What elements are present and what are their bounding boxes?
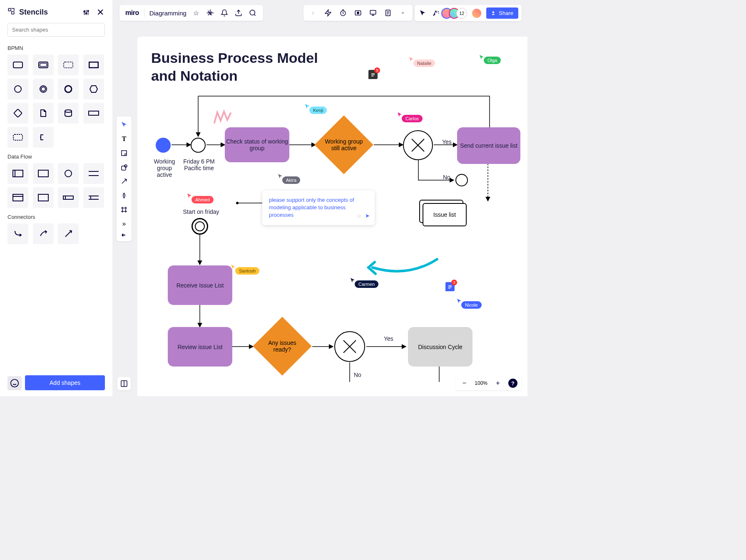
shape-event-sub[interactable] [58, 55, 79, 75]
check-status-node[interactable]: Check status of working group [225, 127, 289, 162]
svg-line-33 [65, 231, 71, 237]
zoom-out-button[interactable]: − [460, 379, 469, 388]
svg-rect-5 [13, 62, 22, 68]
shape-start-event[interactable] [7, 79, 28, 99]
canvas-title: Business Process Model and Notation [151, 49, 318, 84]
shape-df-5[interactable] [7, 187, 28, 208]
zoom-in-button[interactable]: + [493, 379, 502, 388]
timer-icon[interactable] [338, 8, 348, 17]
board-name[interactable]: Diagramming [149, 10, 186, 17]
reactions-icon[interactable] [431, 9, 440, 18]
more-icon[interactable]: › [398, 8, 408, 17]
cursor-akira: Akira [278, 173, 283, 181]
notes-icon[interactable] [383, 8, 393, 17]
bolt-icon[interactable] [323, 8, 333, 17]
send-list-node[interactable]: Send current issue list [457, 127, 520, 164]
miro-logo[interactable]: miro [125, 9, 139, 17]
end-event-1[interactable] [455, 174, 468, 186]
search-icon[interactable] [248, 8, 257, 17]
select-tool[interactable] [119, 120, 129, 130]
svg-rect-78 [448, 287, 452, 287]
bell-icon[interactable] [220, 8, 229, 17]
any-issues-diamond[interactable]: Any issues ready? [253, 317, 311, 375]
add-shapes-button[interactable]: Add shapes [25, 375, 105, 390]
shape-end-event[interactable] [58, 79, 79, 99]
shape-intermediate[interactable] [33, 79, 54, 99]
frame-tool[interactable] [119, 205, 129, 215]
cursor-carmen: Carmen [351, 277, 356, 285]
shape-conn-elbow[interactable] [7, 223, 28, 244]
zoom-level[interactable]: 100% [475, 380, 487, 386]
shape-pool[interactable] [83, 103, 104, 124]
sticky-tool[interactable] [119, 148, 129, 158]
svg-rect-21 [38, 170, 48, 177]
close-icon[interactable]: ✕ [96, 8, 105, 17]
gateway-1[interactable] [403, 130, 433, 160]
cursor-icon[interactable] [418, 9, 427, 18]
shape-df-4[interactable] [83, 163, 104, 184]
shape-df-8[interactable] [83, 187, 104, 208]
help-button[interactable]: ? [508, 379, 517, 388]
gear-icon[interactable] [206, 8, 215, 17]
gateway-2[interactable] [334, 331, 365, 362]
shape-group[interactable] [7, 127, 28, 148]
svg-rect-9 [89, 62, 98, 68]
receive-node[interactable]: Receive Issue List [168, 265, 232, 305]
shape-task[interactable] [7, 55, 28, 75]
avatar-self[interactable] [471, 8, 482, 19]
emoji-button[interactable] [7, 376, 22, 390]
yes-label-1: Yes [442, 139, 452, 145]
arrow-tool[interactable] [119, 176, 129, 186]
shape-call[interactable] [83, 55, 104, 75]
minimap-button[interactable] [117, 377, 131, 390]
shape-df-1[interactable] [7, 163, 28, 184]
shape-df-2[interactable] [33, 163, 54, 184]
start-event[interactable] [156, 138, 171, 153]
comment-box[interactable]: please support only the concepts of mode… [262, 191, 375, 225]
shape-tool[interactable] [119, 162, 129, 172]
send-icon[interactable]: ➤ [365, 212, 370, 220]
text-tool[interactable]: T [119, 134, 129, 144]
shape-gateway-hex[interactable] [83, 79, 104, 99]
timer-event[interactable] [191, 138, 206, 153]
discussion-node[interactable]: Discussion Cycle [408, 327, 472, 367]
svg-rect-47 [122, 151, 127, 156]
shape-gateway[interactable] [7, 103, 28, 124]
svg-point-22 [65, 170, 72, 177]
svg-rect-1 [12, 12, 14, 14]
settings-icon[interactable] [82, 8, 91, 17]
shape-df-7[interactable] [58, 187, 79, 208]
review-node[interactable]: Review issue List [168, 327, 232, 367]
collaborators-bar: 12 Share [415, 5, 522, 21]
shape-data-obj[interactable] [33, 103, 54, 124]
emoji-icon[interactable]: ☺ [356, 212, 362, 220]
avatars[interactable]: 12 [445, 8, 467, 19]
comment-badge-dark[interactable]: 5 [368, 70, 378, 79]
shape-df-6[interactable] [33, 187, 54, 208]
cursor-santosh: Santosh [231, 264, 236, 271]
pen-tool[interactable] [119, 191, 129, 201]
shape-datastore[interactable] [58, 103, 79, 124]
comment-badge-blue[interactable]: 3 [445, 282, 455, 291]
shape-annotation[interactable] [33, 127, 54, 148]
record-icon[interactable] [353, 8, 363, 17]
svg-rect-25 [13, 194, 23, 201]
star-icon[interactable]: ☆ [191, 8, 201, 17]
present-icon[interactable] [368, 8, 378, 17]
group-active-diamond[interactable]: Working group still active [314, 115, 373, 174]
share-button[interactable]: Share [486, 7, 518, 19]
chevron-right-icon[interactable]: › [308, 8, 318, 17]
shape-conn-line[interactable] [58, 223, 79, 244]
shape-transaction[interactable] [33, 55, 54, 75]
search-input[interactable] [7, 23, 105, 37]
avatar-count[interactable]: 12 [456, 8, 467, 19]
intermediate-event[interactable] [191, 218, 208, 235]
upload-icon[interactable] [234, 8, 243, 17]
more-tools[interactable]: » [119, 219, 129, 229]
undo-button[interactable] [117, 229, 132, 241]
shape-df-3[interactable] [58, 163, 79, 184]
cursor-kenji: Kenji [305, 103, 310, 111]
canvas[interactable]: Business Process Model and Notation [137, 37, 527, 396]
comment-text: please support only the concepts of mode… [269, 197, 354, 218]
shape-conn-curve[interactable] [33, 223, 54, 244]
